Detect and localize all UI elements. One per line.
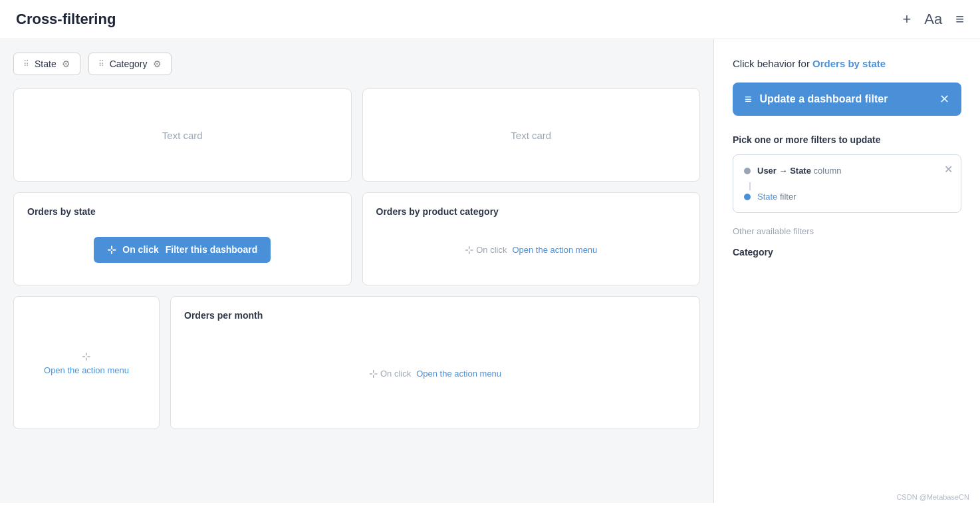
bottom-left-card: ⊹ Open the action menu <box>13 296 160 429</box>
filter-category-label: Category <box>110 59 148 69</box>
close-mapping-icon[interactable]: ✕ <box>944 163 953 176</box>
other-filters-label: Other available filters <box>733 226 961 236</box>
orders-by-product-title: Orders by product category <box>376 206 499 217</box>
orders-by-state-body: ⊹ On click Filter this dashboard <box>27 228 338 271</box>
watermark: CSDN @MetabaseCN <box>896 493 969 501</box>
left-panel: ⠿ State ⚙ ⠿ Category ⚙ Text card Text ca… <box>0 39 714 503</box>
dot-blue <box>744 194 751 200</box>
header: Cross-filtering + Aa ≡ <box>0 0 980 39</box>
orders-per-month-card: Orders per month ⊹ On click Open the act… <box>170 296 700 429</box>
filter-mapping-card: ✕ User → State column State filter <box>733 154 961 213</box>
click-behavior-header: Click behavior for Orders by state <box>733 58 961 69</box>
filter-dashboard-label: Filter this dashboard <box>166 244 257 255</box>
filters-bar: ⠿ State ⚙ ⠿ Category ⚙ <box>13 53 700 75</box>
open-action-menu-bottom-left[interactable]: Open the action menu <box>44 365 129 375</box>
pick-filters-label: Pick one or more filters to update <box>733 134 961 145</box>
add-icon[interactable]: + <box>902 11 911 28</box>
orders-by-state-link[interactable]: Orders by state <box>812 58 886 69</box>
update-filter-label: Update a dashboard filter <box>760 93 888 105</box>
font-icon[interactable]: Aa <box>924 11 942 28</box>
column-suffix: column <box>814 166 842 176</box>
available-filter-category[interactable]: Category <box>733 244 961 260</box>
top-grid: Text card Text card <box>13 88 700 182</box>
filter-chip-category[interactable]: ⠿ Category ⚙ <box>88 53 172 75</box>
column-mapping-text: User → State column <box>757 166 841 176</box>
filter-mapping-row-filter: State filter <box>744 192 950 202</box>
filter-chip-state[interactable]: ⠿ State ⚙ <box>13 53 80 75</box>
header-actions: + Aa ≡ <box>902 11 964 28</box>
cursor-icon-bottom-left: ⊹ <box>82 350 90 363</box>
close-update-filter-icon[interactable]: ✕ <box>939 92 949 106</box>
page-title: Cross-filtering <box>16 11 116 28</box>
main-layout: ⠿ State ⚙ ⠿ Category ⚙ Text card Text ca… <box>0 39 980 503</box>
orders-per-month-title: Orders per month <box>184 310 263 321</box>
middle-grid: Orders by state ⊹ On click Filter this d… <box>13 192 700 285</box>
filter-btn-icon: ≡ <box>745 92 752 106</box>
orders-by-product-body: ⊹ On click Open the action menu <box>376 228 687 271</box>
text-card-2: Text card <box>362 88 701 182</box>
update-filter-button[interactable]: ≡ Update a dashboard filter ✕ <box>733 83 961 116</box>
bottom-row: ⊹ Open the action menu Orders per month … <box>13 296 700 429</box>
on-click-label-product: On click <box>476 245 507 255</box>
drag-icon-category: ⠿ <box>98 59 104 69</box>
filter-suffix: filter <box>780 192 796 202</box>
orders-per-month-body: ⊹ On click Open the action menu <box>184 331 686 415</box>
open-action-menu-monthly[interactable]: Open the action menu <box>416 369 501 379</box>
filter-state-label: State <box>35 59 57 69</box>
click-action-wrapper-monthly: ⊹ On click Open the action menu <box>369 367 501 380</box>
open-action-menu-product[interactable]: Open the action menu <box>512 245 597 255</box>
cursor-icon-product: ⊹ <box>465 244 473 256</box>
orders-by-state-card: Orders by state ⊹ On click Filter this d… <box>13 192 352 285</box>
bottom-left-body: ⊹ Open the action menu <box>27 310 146 415</box>
filter-mapping-text: State filter <box>757 192 796 202</box>
orders-by-state-title: Orders by state <box>27 206 96 217</box>
text-card-1-label: Text card <box>162 130 203 141</box>
text-card-2-label: Text card <box>511 130 551 141</box>
orders-by-product-card: Orders by product category ⊹ On click Op… <box>362 192 701 285</box>
dot-gray <box>744 168 751 174</box>
click-behavior-prefix: Click behavior for <box>733 58 810 69</box>
right-panel: Click behavior for Orders by state ≡ Upd… <box>714 39 980 503</box>
gear-icon-category[interactable]: ⚙ <box>153 59 162 69</box>
drag-icon-state: ⠿ <box>23 59 29 69</box>
text-card-1: Text card <box>13 88 352 182</box>
click-action-wrapper-product: ⊹ On click Open the action menu <box>465 244 597 256</box>
on-click-label-monthly: On click <box>380 369 411 379</box>
filter-icon[interactable]: ≡ <box>955 11 964 28</box>
filter-mapping-row-column: User → State column <box>744 166 950 176</box>
update-filter-left: ≡ Update a dashboard filter <box>745 92 888 106</box>
cursor-icon-active: ⊹ <box>107 244 116 256</box>
filter-dashboard-button[interactable]: ⊹ On click Filter this dashboard <box>94 237 271 263</box>
filter-name: State <box>757 192 777 202</box>
connector-line <box>749 182 751 190</box>
column-name: User → State <box>757 166 811 176</box>
on-click-label-state: On click <box>122 244 158 255</box>
gear-icon-state[interactable]: ⚙ <box>62 59 70 69</box>
cursor-icon-monthly: ⊹ <box>369 367 378 380</box>
